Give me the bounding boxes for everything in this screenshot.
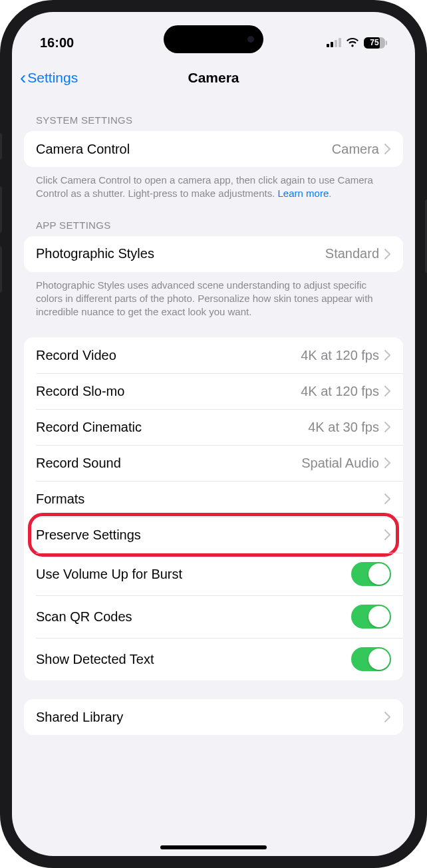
battery-percent: 75 xyxy=(370,38,378,47)
battery-icon: 75 xyxy=(364,37,387,49)
row-label: Camera Control xyxy=(36,142,130,157)
row-value: Camera xyxy=(332,142,379,157)
chevron-right-icon xyxy=(384,386,391,396)
back-label: Settings xyxy=(27,70,78,86)
row-value: Spatial Audio xyxy=(301,456,379,471)
group-shared: Shared Library xyxy=(24,699,403,735)
section-header-system: SYSTEM SETTINGS xyxy=(24,96,403,131)
chevron-right-icon xyxy=(384,458,391,468)
volume-down-button xyxy=(0,246,2,293)
row-scan-qr-codes[interactable]: Scan QR Codes xyxy=(24,595,403,638)
row-use-volume-up-for-burst[interactable]: Use Volume Up for Burst xyxy=(24,553,403,595)
content: SYSTEM SETTINGS Camera Control Camera Cl… xyxy=(12,96,415,762)
group-system: Camera Control Camera xyxy=(24,131,403,167)
row-preserve-settings[interactable]: Preserve Settings xyxy=(24,517,403,553)
footer-app: Photographic Styles uses advanced scene … xyxy=(24,272,403,319)
footer-system: Click Camera Control to open a camera ap… xyxy=(24,167,403,201)
row-show-detected-text[interactable]: Show Detected Text xyxy=(24,638,403,680)
row-label: Record Video xyxy=(36,348,116,363)
row-label: Preserve Settings xyxy=(36,527,141,543)
chevron-right-icon xyxy=(384,494,391,504)
row-label: Use Volume Up for Burst xyxy=(36,567,182,582)
status-time: 16:00 xyxy=(40,35,74,51)
dynamic-island xyxy=(164,25,263,53)
nav-bar: ‹ Settings Camera xyxy=(12,60,415,96)
row-label: Formats xyxy=(36,492,84,507)
section-header-app: APP SETTINGS xyxy=(24,201,403,236)
toggle-scan-qr-codes[interactable] xyxy=(351,605,391,629)
row-value: 4K at 30 fps xyxy=(308,420,379,435)
device-frame: 16:00 75 ‹ Settings Camera SYSTEM SETTIN… xyxy=(0,0,427,868)
chevron-right-icon xyxy=(384,422,391,432)
cellular-signal-icon xyxy=(327,38,341,47)
chevron-right-icon xyxy=(384,529,391,540)
row-value: 4K at 120 fps xyxy=(301,348,379,363)
row-label: Shared Library xyxy=(36,710,123,725)
row-label: Record Slo-mo xyxy=(36,384,124,399)
screen: 16:00 75 ‹ Settings Camera SYSTEM SETTIN… xyxy=(12,12,415,856)
row-value: Standard xyxy=(325,246,379,261)
chevron-right-icon xyxy=(384,350,391,361)
row-record-video[interactable]: Record Video4K at 120 fps xyxy=(24,337,403,373)
volume-up-button xyxy=(0,186,2,233)
row-photographic-styles[interactable]: Photographic Styles Standard xyxy=(24,236,403,272)
status-right: 75 xyxy=(327,37,387,49)
row-record-sound[interactable]: Record SoundSpatial Audio xyxy=(24,445,403,481)
chevron-right-icon xyxy=(384,249,391,259)
camera-dot-icon xyxy=(247,36,254,43)
row-record-slo-mo[interactable]: Record Slo-mo4K at 120 fps xyxy=(24,373,403,409)
row-shared-library[interactable]: Shared Library xyxy=(24,699,403,735)
toggle-show-detected-text[interactable] xyxy=(351,647,391,671)
group-record: Record Video4K at 120 fpsRecord Slo-mo4K… xyxy=(24,337,403,680)
row-label: Record Cinematic xyxy=(36,420,142,435)
toggle-use-volume-up-for-burst[interactable] xyxy=(351,562,391,586)
row-formats[interactable]: Formats xyxy=(24,481,403,517)
row-label: Show Detected Text xyxy=(36,652,154,667)
row-camera-control[interactable]: Camera Control Camera xyxy=(24,131,403,167)
learn-more-link[interactable]: Learn more xyxy=(278,188,329,199)
home-indicator[interactable] xyxy=(160,845,267,849)
side-button xyxy=(0,133,2,160)
row-label: Record Sound xyxy=(36,456,121,471)
back-button[interactable]: ‹ Settings xyxy=(20,69,78,87)
row-record-cinematic[interactable]: Record Cinematic4K at 30 fps xyxy=(24,409,403,445)
chevron-right-icon xyxy=(384,144,391,154)
row-label: Scan QR Codes xyxy=(36,609,132,625)
chevron-right-icon xyxy=(384,712,391,722)
row-label: Photographic Styles xyxy=(36,246,154,261)
chevron-left-icon: ‹ xyxy=(20,69,26,87)
row-value: 4K at 120 fps xyxy=(301,384,379,399)
group-app: Photographic Styles Standard xyxy=(24,236,403,272)
wifi-icon xyxy=(346,37,359,48)
